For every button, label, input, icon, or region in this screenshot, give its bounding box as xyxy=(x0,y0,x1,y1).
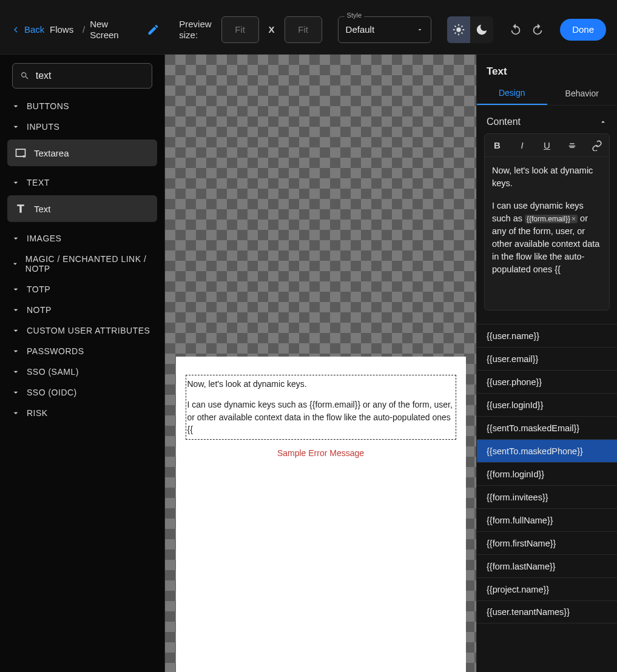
chevron-down-icon xyxy=(11,234,21,243)
text-icon xyxy=(15,203,27,215)
theme-toggle xyxy=(447,16,493,43)
moon-icon xyxy=(475,23,488,36)
content-editor[interactable]: B I U Now, let's look at dynamic keys. I… xyxy=(484,133,610,311)
dynamic-key-chip[interactable]: {{form.email}}× xyxy=(525,215,578,223)
preview-card[interactable]: Now, let's look at dynamic keys. I can u… xyxy=(176,357,466,672)
palette-search-input[interactable] xyxy=(36,70,144,81)
dynamic-key-option[interactable]: {{form.loginId}} xyxy=(477,462,617,485)
breadcrumb-separator: / xyxy=(83,24,85,35)
dynamic-key-option[interactable]: {{form.fullName}} xyxy=(477,508,617,531)
dynamic-key-option[interactable]: {{user.loginId}} xyxy=(477,393,617,416)
palette-item-textarea[interactable]: Textarea xyxy=(7,139,157,166)
pencil-icon[interactable] xyxy=(147,23,160,36)
editor-canvas[interactable]: Now, let's look at dynamic keys. I can u… xyxy=(165,55,476,672)
breadcrumb-screen[interactable]: New Screen xyxy=(90,19,135,41)
dynamic-key-option[interactable]: {{user.name}} xyxy=(477,324,617,347)
chevron-down-icon xyxy=(11,284,21,294)
chip-remove-icon[interactable]: × xyxy=(571,215,576,223)
content-section-header[interactable]: Content xyxy=(477,106,617,133)
sun-icon xyxy=(452,23,465,36)
chevron-down-icon xyxy=(11,178,21,187)
panel-title: Text xyxy=(477,55,617,81)
link-button[interactable] xyxy=(590,138,604,153)
dynamic-key-option[interactable]: {{user.tenantNames}} xyxy=(477,600,617,623)
chevron-down-icon xyxy=(11,122,21,132)
style-legend: Style xyxy=(345,12,364,19)
top-toolbar: Back Flows / New Screen Preview size: X … xyxy=(0,0,617,55)
category-risk[interactable]: RISK xyxy=(7,403,157,423)
search-field-wrap[interactable] xyxy=(12,63,152,89)
component-palette: BUTTONS INPUTS Textarea TEXT Text IMAGES… xyxy=(0,55,165,672)
preview-error-text: Sample Error Message xyxy=(186,448,456,458)
dynamic-key-option[interactable]: {{form.lastName}} xyxy=(477,554,617,577)
category-magic[interactable]: MAGIC / ENCHANTED LINK / NOTP xyxy=(7,249,157,279)
category-inputs[interactable]: INPUTS xyxy=(7,116,157,137)
palette-item-label: Textarea xyxy=(34,148,69,158)
panel-tabs: Design Behavior xyxy=(477,81,617,106)
svg-line-8 xyxy=(461,25,462,27)
undo-icon[interactable] xyxy=(509,23,522,36)
preview-paragraph-2: I can use dynamic keys such as {{form.em… xyxy=(187,398,454,435)
editor-line-2: I can use dynamic keys such as {{form.em… xyxy=(492,200,602,276)
format-toolbar: B I U xyxy=(485,134,609,157)
link-icon xyxy=(592,140,602,151)
preview-height-input[interactable] xyxy=(285,16,322,43)
dynamic-key-option[interactable]: {{form.invitees}} xyxy=(477,485,617,508)
editor-textarea[interactable]: Now, let's look at dynamic keys. I can u… xyxy=(485,157,609,310)
breadcrumb-flows[interactable]: Flows xyxy=(50,24,78,35)
preview-width-input[interactable] xyxy=(221,16,259,43)
chevron-down-icon xyxy=(11,388,21,397)
category-notp[interactable]: NOTP xyxy=(7,300,157,320)
redo-icon[interactable] xyxy=(531,23,544,36)
svg-line-5 xyxy=(454,25,456,27)
editor-line-1: Now, let's look at dynamic keys. xyxy=(492,164,602,190)
back-label: Back xyxy=(24,24,42,35)
bold-button[interactable]: B xyxy=(490,138,505,153)
strike-button[interactable] xyxy=(565,138,579,153)
content-section-label: Content xyxy=(487,116,521,127)
dark-mode-button[interactable] xyxy=(470,16,493,43)
dynamic-key-option[interactable]: {{sentTo.maskedPhone}} xyxy=(477,439,617,462)
palette-item-label: Text xyxy=(34,204,51,214)
textarea-icon xyxy=(15,147,27,159)
style-value: Default xyxy=(346,24,375,35)
breadcrumb: Flows / New Screen xyxy=(50,19,135,41)
selected-text-element[interactable]: Now, let's look at dynamic keys. I can u… xyxy=(186,375,456,440)
light-mode-button[interactable] xyxy=(447,16,470,43)
dynamic-key-option[interactable]: {{sentTo.maskedEmail}} xyxy=(477,416,617,439)
strike-icon xyxy=(567,140,578,151)
dynamic-key-option[interactable]: {{user.email}} xyxy=(477,347,617,370)
category-sso-saml[interactable]: SSO (SAML) xyxy=(7,361,157,382)
palette-item-text[interactable]: Text xyxy=(7,195,157,222)
underline-button[interactable]: U xyxy=(540,138,555,153)
arrow-left-icon xyxy=(11,25,21,35)
category-text[interactable]: TEXT xyxy=(7,172,157,193)
done-button[interactable]: Done xyxy=(560,19,606,41)
preview-size-label: Preview size: xyxy=(179,19,214,41)
dynamic-keys-list: {{user.name}}{{user.email}}{{user.phone}… xyxy=(477,324,617,623)
tab-behavior[interactable]: Behavior xyxy=(547,81,618,105)
chevron-down-icon xyxy=(11,367,21,377)
search-icon xyxy=(20,70,30,81)
category-buttons[interactable]: BUTTONS xyxy=(7,96,157,116)
category-images[interactable]: IMAGES xyxy=(7,228,157,249)
chevron-down-icon xyxy=(11,346,21,356)
chevron-down-icon xyxy=(11,326,21,335)
tab-design[interactable]: Design xyxy=(477,81,547,105)
chevron-up-icon xyxy=(599,118,607,126)
dynamic-key-option[interactable]: {{user.phone}} xyxy=(477,370,617,393)
category-passwords[interactable]: PASSWORDS xyxy=(7,341,157,361)
dynamic-key-option[interactable]: {{form.firstName}} xyxy=(477,531,617,554)
category-custom-attrs[interactable]: CUSTOM USER ATTRIBUTES xyxy=(7,320,157,341)
style-select[interactable]: Style Default xyxy=(338,16,431,43)
chevron-down-icon xyxy=(11,101,21,111)
category-totp[interactable]: TOTP xyxy=(7,279,157,300)
caret-down-icon xyxy=(416,26,423,33)
svg-point-0 xyxy=(456,27,460,32)
dynamic-key-option[interactable]: {{project.name}} xyxy=(477,577,617,600)
properties-panel: Text Design Behavior Content B I U Now, … xyxy=(476,55,617,672)
category-sso-oidc[interactable]: SSO (OIDC) xyxy=(7,382,157,403)
italic-button[interactable]: I xyxy=(515,138,530,153)
chevron-down-icon xyxy=(11,259,19,269)
back-button[interactable]: Back xyxy=(11,24,42,35)
